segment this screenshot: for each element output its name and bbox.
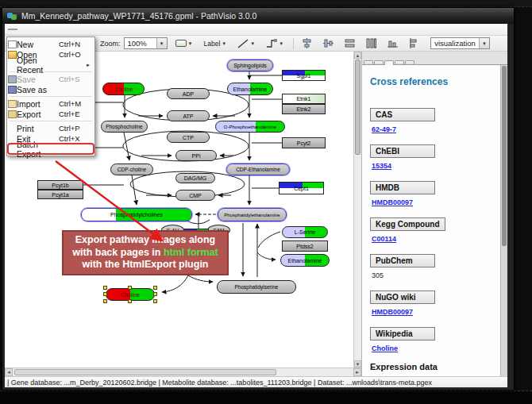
line-tool-button[interactable]: ▼ (234, 37, 258, 50)
menubar-file[interactable] (8, 29, 17, 30)
node-sphingolipids[interactable]: Sphingolipids (227, 60, 273, 71)
tab-legend[interactable] (405, 60, 414, 64)
node-cept1[interactable]: Cept1 (279, 182, 324, 194)
xref-hmdb: HMDB HMDB00097 (370, 179, 499, 206)
node-ptdss2[interactable]: Ptdss2 (282, 240, 328, 252)
tab-objects[interactable] (364, 60, 373, 64)
scroll-right-icon[interactable]: ► (353, 368, 361, 376)
menubar-data[interactable] (29, 29, 38, 30)
chevron-down-icon[interactable]: ▼ (222, 41, 226, 46)
node-cdp-choline[interactable]: CDP-choline (110, 164, 153, 175)
xref-value[interactable]: C00114 (372, 235, 499, 243)
node-pcyt1a[interactable]: Pcyt1a (37, 190, 83, 199)
distribute-vertical-button[interactable] (341, 37, 358, 50)
xref-value[interactable]: 62-49-7 (372, 125, 499, 133)
node-choline-selected[interactable]: Choline (106, 288, 155, 301)
chevron-down-icon[interactable]: ▼ (250, 41, 255, 46)
title-bar[interactable]: Mm_Kennedy_pathway_WP1771_45176.gpml - P… (2, 8, 514, 24)
menu-item-batch-export[interactable]: Batch Export (8, 144, 94, 154)
node-cdp-ethanolamine[interactable]: CDP-Ethanolamine (226, 164, 290, 175)
align-horizontal-center-icon (323, 38, 333, 48)
menubar-help[interactable] (60, 29, 69, 30)
node-cmp[interactable]: CMP (175, 190, 215, 201)
chevron-down-icon[interactable]: ▼ (479, 38, 489, 48)
menu-item-save[interactable]: Save Ctrl+S (8, 74, 94, 84)
node-phosphatidylcholines[interactable]: Phosphatidylcholines (81, 208, 192, 221)
connector-tool-button[interactable]: ▼ (263, 37, 287, 50)
node-label: L-Serine (295, 229, 315, 235)
node-label: Phosphatidylserine (235, 284, 279, 290)
xref-value[interactable]: HMDB00097 (372, 308, 499, 316)
xref-wikipedia: Wikipedia Choline (370, 325, 499, 352)
menu-item-export[interactable]: Export Ctrl+E (8, 109, 94, 119)
chevron-down-icon[interactable]: ▼ (279, 41, 283, 46)
scroll-up-icon[interactable]: ▲ (354, 52, 361, 59)
chevron-down-icon[interactable]: ▼ (156, 38, 167, 48)
tab-search[interactable] (395, 60, 404, 64)
node-etnk2[interactable]: Etnk2 (282, 104, 326, 114)
scrollbar-thumb[interactable] (355, 60, 360, 155)
align-vertical-center-button[interactable] (299, 37, 315, 50)
node-atp[interactable]: ATP (167, 110, 210, 121)
panel-scrollbar[interactable] (500, 65, 507, 376)
chevron-down-icon[interactable]: ▼ (188, 41, 193, 46)
zoom-combobox[interactable]: 100% ▼ (124, 37, 168, 49)
node-sgpl1[interactable]: Sgpl1 (282, 70, 326, 81)
node-label: Pcyt1b (52, 183, 68, 188)
app-icon (7, 11, 17, 21)
selection-handle[interactable] (153, 299, 157, 303)
selection-handle[interactable] (153, 292, 157, 296)
canvas-vertical-scrollbar[interactable]: ▲ ▼ (353, 52, 361, 367)
scrollbar-thumb[interactable] (502, 66, 507, 246)
menu-item-new[interactable]: New Ctrl+N (8, 39, 94, 49)
node-o-phosphoethanolamine[interactable]: O-Phosphoethanolamine (215, 121, 285, 133)
node-phosphatidylethanolamine[interactable]: Phosphatidylethanolamine (218, 208, 287, 221)
menu-item-save-as[interactable]: Save as (8, 84, 94, 94)
node-ppi[interactable]: PPi (175, 150, 217, 161)
label-tool-button[interactable]: Label ▼ (200, 37, 229, 50)
node-choline-top[interactable]: Choline (102, 83, 145, 95)
menu-item-open-recent[interactable]: Open Recent ► (8, 60, 94, 70)
menubar-plugins[interactable] (49, 29, 59, 30)
selection-handle[interactable] (103, 292, 107, 296)
node-l-serine[interactable]: L-Serine (282, 226, 328, 238)
align-bottom-icon (387, 38, 398, 48)
xref-value[interactable]: HMDB00097 (372, 198, 499, 206)
node-phosphatidylserine[interactable]: Phosphatidylserine (217, 280, 296, 294)
node-adp[interactable]: ADP (167, 88, 210, 99)
window-title: Mm_Kennedy_pathway_WP1771_45176.gpml - P… (21, 11, 256, 21)
menubar-edit[interactable] (18, 29, 28, 30)
menu-item-import[interactable]: Import Ctrl+M (8, 98, 94, 109)
menubar-view[interactable] (39, 29, 48, 30)
node-ctp[interactable]: CTP (167, 132, 210, 143)
selection-handle[interactable] (103, 286, 107, 290)
xref-value[interactable]: 15354 (372, 162, 499, 170)
align-horizontal-center-button[interactable] (320, 37, 337, 50)
align-left-button[interactable] (406, 37, 422, 50)
node-dag-mg[interactable]: DAG/MG (175, 173, 215, 183)
selection-handle[interactable] (128, 286, 132, 290)
annotation-text: with the HtmlExport plugin (82, 259, 208, 270)
node-etnk1[interactable]: Etnk1 (282, 94, 326, 104)
selection-handle[interactable] (103, 299, 107, 303)
node-pcyt2[interactable]: Pcyt2 (282, 137, 326, 148)
selection-handle[interactable] (128, 299, 132, 303)
scrollbar-thumb[interactable] (14, 369, 276, 375)
side-panel-tabs (362, 52, 507, 65)
tab-properties[interactable] (374, 60, 384, 64)
selection-handle[interactable] (153, 286, 157, 290)
xref-value[interactable]: Choline (372, 344, 499, 352)
scroll-down-icon[interactable]: ▼ (354, 360, 361, 367)
distribute-horizontal-button[interactable] (363, 37, 380, 50)
gene-tool-button[interactable]: ▼ (172, 37, 196, 50)
node-ethanolamine-top[interactable]: Ethanolamine (227, 83, 273, 95)
menu-item-print[interactable]: Print Ctrl+P (8, 123, 94, 133)
node-phosphocholine[interactable]: Phosphocholine (101, 121, 148, 133)
node-label: Cept1 (294, 186, 309, 191)
visualization-combobox[interactable]: visualization ▼ (430, 37, 490, 49)
node-ethanolamine-bottom[interactable]: Ethanolamine (280, 254, 330, 267)
scroll-left-icon[interactable]: ◄ (5, 368, 13, 376)
align-bottom-button[interactable] (384, 37, 401, 50)
node-pcyt1b[interactable]: Pcyt1b (37, 180, 83, 190)
canvas-horizontal-scrollbar[interactable]: ◄ ► (5, 367, 361, 376)
